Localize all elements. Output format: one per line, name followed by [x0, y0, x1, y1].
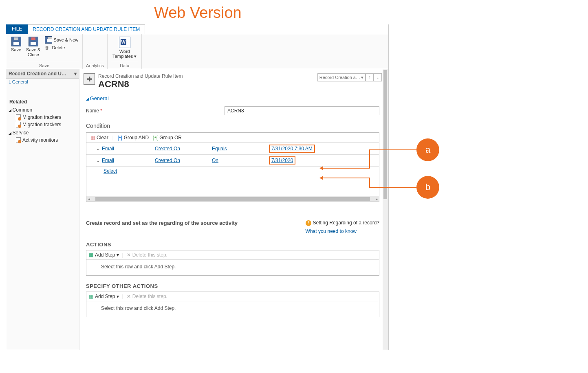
- actions-heading: ACTIONS: [86, 241, 379, 248]
- horizontal-scrollbar[interactable]: ◂▸: [86, 196, 379, 202]
- save-button[interactable]: Save: [9, 36, 23, 53]
- app-window: FILE RECORD CREATION AND UPDATE RULE ITE…: [6, 24, 389, 350]
- trash-icon: 🗑: [45, 45, 51, 50]
- nav-common[interactable]: Common: [6, 105, 79, 114]
- monitor-icon: [16, 137, 21, 143]
- group-and-button[interactable]: [•]Group AND: [116, 134, 150, 141]
- group-or-label: Group OR: [159, 135, 182, 140]
- condition-toolbar: ▦Clear | [•]Group AND }•{Group OR: [86, 133, 379, 143]
- prev-record-button[interactable]: ↑: [366, 73, 374, 81]
- info-box: !Setting Regarding of a record? What you…: [306, 220, 379, 234]
- condition-box: ▦Clear | [•]Group AND }•{Group OR ⌄ Emai…: [86, 132, 379, 202]
- vertical-scrollbar[interactable]: [383, 69, 388, 350]
- main-panel: ✚ Record Creation and Update Rule Item A…: [79, 69, 388, 350]
- separator: |: [111, 135, 115, 140]
- cond2-field[interactable]: Created On: [155, 158, 212, 163]
- save-icon: [11, 37, 21, 46]
- name-label: Name *: [86, 108, 225, 114]
- callout-line-b: [323, 178, 370, 178]
- main-header: ✚ Record Creation and Update Rule Item A…: [79, 69, 388, 90]
- tab-file[interactable]: FILE: [6, 24, 28, 34]
- cond2-entity[interactable]: Email: [102, 158, 155, 163]
- tab-bar: FILE RECORD CREATION AND UPDATE RULE ITE…: [6, 24, 388, 34]
- word-templates-label: Word Templates ▾: [112, 49, 137, 59]
- info-title: Setting Regarding of a record?: [313, 220, 379, 226]
- nav-migration-1-label: Migration trackers: [22, 114, 61, 120]
- ribbon-label-save: Save: [9, 62, 79, 69]
- delete-step-icon: ✕: [127, 294, 131, 299]
- callout-line-a-2: [369, 149, 416, 150]
- callout-line-b-2: [369, 187, 416, 188]
- clear-button[interactable]: ▦Clear: [89, 134, 110, 141]
- nav-header-label: Record Creation and U…: [9, 71, 66, 77]
- cond1-value[interactable]: 7/31/2020 7:30 AM: [271, 146, 313, 151]
- record-name: ACRN8: [98, 79, 183, 90]
- save-close-label: Save & Close: [26, 47, 40, 57]
- word-templates-button[interactable]: Word Templates ▾: [111, 36, 138, 59]
- clear-icon: ▦: [90, 135, 95, 140]
- actions-hint: Select this row and click Add Step.: [86, 260, 379, 275]
- page-annotation-title: Web Version: [154, 4, 242, 22]
- save-new-button[interactable]: Save & New: [44, 36, 79, 44]
- lower-section: Create record and set as the regarding o…: [86, 220, 379, 317]
- chevron-down-icon[interactable]: ⌄: [96, 146, 102, 151]
- name-input[interactable]: [225, 106, 379, 115]
- info-link[interactable]: What you need to know: [306, 228, 379, 234]
- select-link[interactable]: Select: [104, 168, 117, 174]
- delete-button[interactable]: 🗑 Delete: [44, 45, 79, 50]
- cond1-entity[interactable]: Email: [102, 146, 155, 151]
- group-and-label: Group AND: [124, 135, 149, 140]
- add-step-button[interactable]: Add Step ▾: [95, 252, 119, 258]
- name-field-row: Name *: [86, 106, 379, 115]
- nav-related: Related: [6, 97, 79, 105]
- chevron-down-icon: ▾: [74, 71, 77, 77]
- record-type: Record Creation and Update Rule Item: [98, 73, 183, 79]
- callout-b-label: b: [425, 182, 430, 193]
- cond2-operator[interactable]: On: [212, 158, 269, 163]
- nav-migration-2[interactable]: Migration trackers: [6, 121, 79, 128]
- nav-migration-1[interactable]: Migration trackers: [6, 114, 79, 121]
- nav-general[interactable]: L General: [6, 79, 79, 87]
- header-dropdown[interactable]: Record Creation a…▾: [317, 73, 366, 81]
- condition-row-2: ⌄ Email Created On On 7/31/2020: [86, 155, 379, 167]
- specify-hint: Select this row and click Add Step.: [86, 301, 379, 317]
- delete-step-button: Delete this step.: [132, 252, 167, 258]
- specify-toolbar: ▦ Add Step ▾ | ✕ Delete this step.: [86, 292, 379, 301]
- save-label: Save: [11, 47, 21, 52]
- cond1-field[interactable]: Created On: [155, 146, 212, 151]
- specify-heading: SPECIFY OTHER ACTIONS: [86, 283, 379, 289]
- add-step-icon: ▦: [89, 252, 93, 258]
- save-new-icon: [45, 36, 52, 44]
- cond2-value[interactable]: 7/31/2020: [271, 158, 293, 163]
- body: Record Creation and U… ▾ L General Relat…: [6, 69, 388, 350]
- delete-step-button-2: Delete this step.: [132, 294, 167, 299]
- add-step-button-2[interactable]: Add Step ▾: [95, 294, 119, 299]
- ribbon: Save Save & Close Save & New 🗑 Delete: [6, 34, 388, 69]
- callout-line-a-v: [369, 149, 370, 169]
- save-close-icon: [29, 37, 38, 46]
- record-icon: ✚: [84, 73, 95, 85]
- content-area: General Name * Condition ▦Clear | [•]Gro…: [79, 90, 388, 347]
- callout-a: a: [416, 138, 439, 161]
- group-or-icon: }•{: [153, 135, 158, 140]
- nav-header[interactable]: Record Creation and U… ▾: [6, 69, 79, 79]
- left-nav: Record Creation and U… ▾ L General Relat…: [6, 69, 79, 350]
- group-or-button[interactable]: }•{Group OR: [151, 134, 183, 141]
- section-general[interactable]: General: [86, 93, 379, 104]
- nav-activity-label: Activity monitors: [22, 137, 58, 143]
- nav-activity[interactable]: Activity monitors: [6, 136, 79, 144]
- cond1-operator[interactable]: Equals: [212, 146, 269, 151]
- chevron-down-icon[interactable]: ⌄: [96, 158, 102, 163]
- tab-rule-item[interactable]: RECORD CREATION AND UPDATE RULE ITEM: [28, 24, 145, 34]
- tracker-icon: [16, 122, 21, 127]
- specify-box: ▦ Add Step ▾ | ✕ Delete this step. Selec…: [86, 292, 379, 317]
- ribbon-label-analytics: Analytics: [86, 62, 104, 69]
- tracker-icon: [16, 114, 21, 120]
- separator: |: [121, 252, 125, 258]
- create-record-heading: Create record and set as the regarding o…: [86, 220, 238, 226]
- save-close-button[interactable]: Save & Close: [24, 36, 42, 58]
- callout-line-a: [323, 168, 370, 169]
- ribbon-group-analytics: Analytics: [83, 34, 108, 69]
- next-record-button[interactable]: ↓: [374, 73, 382, 81]
- nav-service[interactable]: Service: [6, 128, 79, 136]
